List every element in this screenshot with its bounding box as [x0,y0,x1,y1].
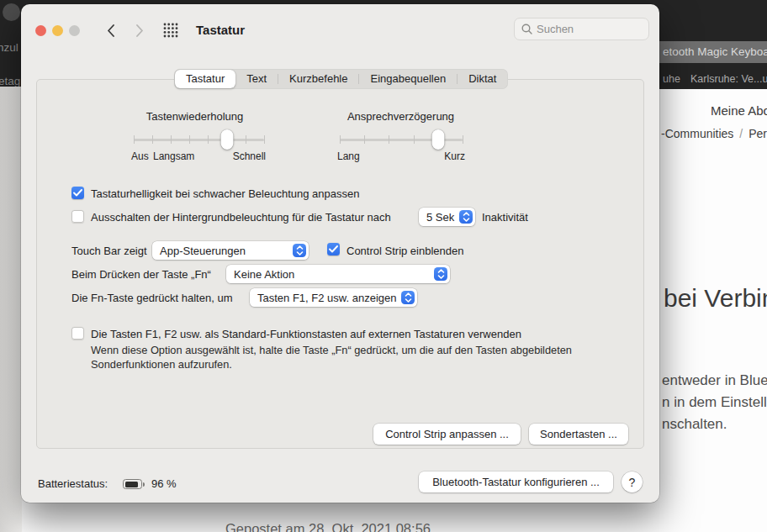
keyboard-settings-panel: Tastenwiederholung Aus Langsam Schnell A… [36,79,644,449]
background-avatar-dot [3,3,20,21]
stepper-icon [459,210,473,224]
backlight-timeout-dropdown[interactable]: 5 Sek [419,208,475,226]
breadcrumb[interactable]: -Communities/Per [661,127,767,140]
stepper-icon [293,244,306,257]
back-button[interactable] [102,22,119,39]
forward-button[interactable] [131,22,148,39]
slider-tick-label: Aus [131,150,149,162]
search-field[interactable] [514,18,649,40]
tab-tastatur[interactable]: Tastatur [175,70,235,88]
close-button[interactable] [35,25,46,36]
slider-title-key-repeat: Tastenwiederholung [100,110,289,123]
background-left-text-2: etag [0,75,20,87]
search-icon [521,24,532,34]
checkbox-fkeys-standard[interactable] [71,327,84,340]
slider-tick-label: Schnell [233,150,266,162]
slider-title-delay: Ansprechverzögerung [306,110,495,123]
special-keys-button[interactable]: Sondertasten ... [529,424,628,445]
control-strip-customize-button[interactable]: Control Strip anpassen ... [373,424,521,445]
background-page-paragraph: entweder in Blue n in dem Einstellur nsc… [662,370,767,435]
slider-tick-label: Lang [337,150,360,162]
minimize-button[interactable] [52,25,63,36]
background-left-text-1: nzul [0,41,19,54]
tab-kurzbefehle[interactable]: Kurzbefehle [278,70,358,88]
background-page-heading: bei Verbind [664,284,767,313]
help-button[interactable]: ? [622,471,643,492]
label-fn-press: Beim Drücken der Taste „Fn“ [71,268,211,281]
battery-status-label: Batteriestatus: [38,477,108,490]
stepper-icon [434,267,447,281]
slider-tick-label: Kurz [444,150,465,162]
background-browser-tab[interactable]: etooth Magic Keyboard [655,41,767,63]
breadcrumb-item[interactable]: -Communities [661,127,733,140]
key-repeat-slider-thumb[interactable] [220,129,233,150]
tab-diktat[interactable]: Diktat [458,70,507,88]
delay-slider-thumb[interactable] [431,129,444,150]
zoom-button[interactable] [69,25,80,36]
tab-eingabequellen[interactable]: Eingabequellen [359,70,457,88]
breadcrumb-item[interactable]: Per [748,127,767,140]
window-title: Tastatur [196,23,245,37]
battery-percentage: 96 % [151,477,177,490]
keyboard-preferences-window: Tastatur Tastatur Text Kurzbefehle Einga… [21,4,659,503]
checkbox-backlight-off[interactable] [71,210,84,223]
checkbox-label-brightness: Tastaturhelligkeit bei schwacher Beleuch… [91,187,359,200]
tab-text[interactable]: Text [235,70,278,88]
background-left-window-edge [0,87,22,532]
touchbar-dropdown[interactable]: App-Steuerungen [152,241,309,260]
fn-press-dropdown[interactable]: Keine Aktion [226,265,450,283]
checkbox-label-backlight: Ausschalten der Hintergrundbeleuchtung f… [91,211,391,224]
background-page-nav-link[interactable]: Meine Abon [711,103,767,118]
slider-tick-label: Langsam [153,150,194,162]
stepper-icon [401,291,415,304]
fn-hold-dropdown[interactable]: Tasten F1, F2 usw. anzeigen [250,288,417,307]
battery-icon [123,479,142,489]
key-repeat-slider-ticks [134,135,265,144]
tab-bar: Tastatur Text Kurzbefehle Eingabequellen… [174,69,508,89]
background-bookmark-1[interactable]: uhe [663,73,680,85]
fkeys-description: Wenn diese Option ausgewählt ist, halte … [91,344,572,371]
configure-bluetooth-keyboard-button[interactable]: Bluetooth-Tastatur konfigurieren ... [419,471,613,492]
background-posted-timestamp: Gepostet am 28. Okt. 2021 08:56 [225,521,431,532]
checkbox-label-control-strip: Control Strip einblenden [346,245,463,257]
search-input[interactable] [537,23,629,35]
label-touchbar: Touch Bar zeigt [71,245,147,257]
show-all-grid-icon[interactable] [163,23,178,38]
breadcrumb-separator: / [733,127,748,140]
checkbox-label-fkeys: Die Tasten F1, F2 usw. als Standard-Funk… [91,328,521,340]
label-fn-hold: Die Fn-Taste gedrückt halten, um [71,292,232,304]
delay-slider-ticks [340,135,463,144]
checkbox-control-strip[interactable] [327,243,340,255]
checkbox-keyboard-brightness[interactable] [71,187,84,199]
background-bookmark-2[interactable]: Karlsruhe: Ve...ung [690,73,767,85]
label-inactivity: Inaktivität [482,211,528,224]
